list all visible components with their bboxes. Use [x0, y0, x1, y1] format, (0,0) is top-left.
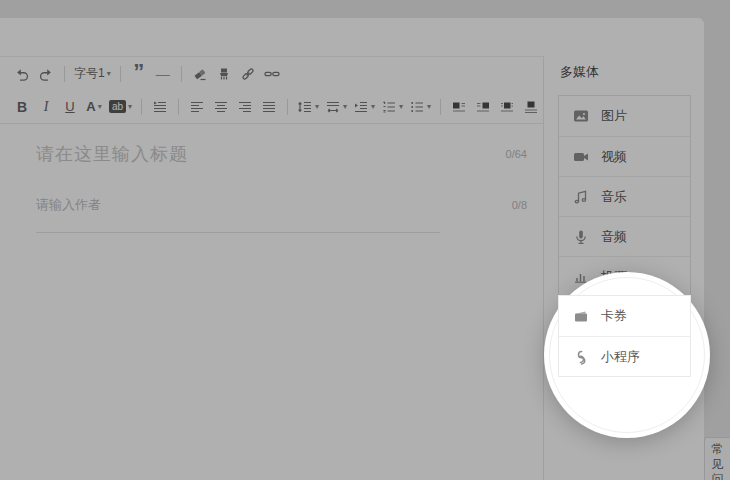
miniprogram-icon [573, 349, 589, 365]
sidebar-item-label: 卡券 [601, 307, 627, 325]
sidebar-item-miniprogram-highlighted[interactable]: 小程序 [559, 336, 690, 376]
spotlight-circle: 卡券 小程序 [544, 272, 710, 438]
editor-window: 字号1 ▾ ” — B I U A ▾ ab [0, 0, 730, 480]
spotlight-media-list: 卡券 小程序 [558, 295, 691, 377]
sidebar-item-card-highlighted[interactable]: 卡券 [559, 296, 690, 336]
sidebar-item-label: 小程序 [601, 348, 640, 366]
card-icon [573, 308, 589, 324]
